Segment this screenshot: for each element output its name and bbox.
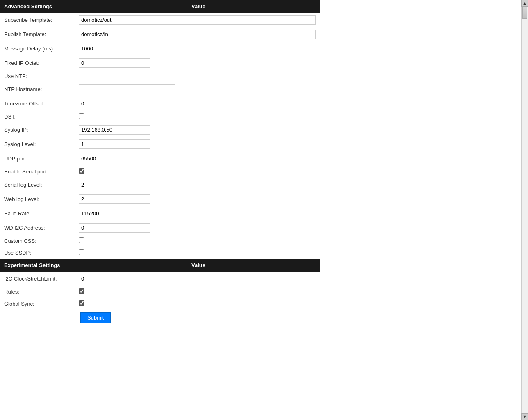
use-ntp-label: Use NTP: <box>0 70 77 82</box>
rules-label: Rules: <box>0 286 77 298</box>
syslog-ip-input[interactable] <box>79 125 150 135</box>
global-sync-checkbox[interactable] <box>79 300 84 306</box>
custom-css-cell <box>77 235 320 247</box>
use-ntp-row: Use NTP: <box>0 70 320 82</box>
submit-button[interactable]: Submit <box>80 312 111 323</box>
i2c-clock-stretch-input[interactable] <box>79 274 150 283</box>
subscribe-template-label: Subscribe Template: <box>0 13 77 27</box>
submit-row: Submit <box>0 310 320 326</box>
advanced-settings-label: Advanced Settings <box>0 0 77 13</box>
baud-rate-cell <box>77 206 320 221</box>
global-sync-row: Global Sync: <box>0 298 320 310</box>
baud-rate-row: Baud Rate: <box>0 206 320 221</box>
enable-serial-port-row: Enable Serial port: <box>0 166 320 178</box>
message-delay-input[interactable] <box>79 44 150 53</box>
submit-cell: Submit <box>77 310 320 326</box>
advanced-settings-header: Advanced Settings Value <box>0 0 320 13</box>
serial-log-level-cell <box>77 178 320 192</box>
udp-port-input[interactable] <box>79 154 150 163</box>
use-ssdp-checkbox[interactable] <box>79 249 84 255</box>
custom-css-checkbox[interactable] <box>79 237 84 243</box>
web-log-level-label: Web log Level: <box>0 192 77 206</box>
ntp-hostname-input[interactable] <box>79 84 175 94</box>
fixed-ip-octet-row: Fixed IP Octet: <box>0 56 320 70</box>
experimental-value-label: Value <box>77 259 320 272</box>
publish-template-cell <box>77 27 320 41</box>
advanced-value-label: Value <box>77 0 320 13</box>
scrollbar-arrow-up[interactable]: ▲ <box>521 0 528 7</box>
scrollbar-thumb[interactable] <box>522 7 527 19</box>
rules-cell <box>77 286 320 298</box>
serial-log-level-label: Serial log Level: <box>0 178 77 192</box>
serial-log-level-input[interactable] <box>79 180 150 189</box>
custom-css-row: Custom CSS: <box>0 235 320 247</box>
message-delay-row: Message Delay (ms): <box>0 41 320 56</box>
subscribe-template-input[interactable] <box>79 15 316 25</box>
experimental-settings-label: Experimental Settings <box>0 259 77 272</box>
syslog-ip-cell <box>77 123 320 137</box>
fixed-ip-octet-label: Fixed IP Octet: <box>0 56 77 70</box>
use-ntp-cell <box>77 70 320 82</box>
wd-i2c-address-input[interactable] <box>79 223 150 233</box>
udp-port-row: UDP port: <box>0 151 320 166</box>
i2c-clock-stretch-label: I2C ClockStretchLimit: <box>0 272 77 286</box>
dst-cell <box>77 111 320 123</box>
wd-i2c-address-cell <box>77 221 320 235</box>
syslog-level-cell <box>77 137 320 151</box>
publish-template-input[interactable] <box>79 30 316 39</box>
web-log-level-input[interactable] <box>79 194 150 204</box>
ntp-hostname-label: NTP Hostname: <box>0 82 77 96</box>
message-delay-label: Message Delay (ms): <box>0 41 77 56</box>
syslog-level-input[interactable] <box>79 139 150 149</box>
dst-label: DST: <box>0 111 77 123</box>
enable-serial-port-cell <box>77 166 320 178</box>
submit-label-cell <box>0 310 77 326</box>
ntp-hostname-row: NTP Hostname: <box>0 82 320 96</box>
wd-i2c-address-label: WD I2C Address: <box>0 221 77 235</box>
rules-row: Rules: <box>0 286 320 298</box>
i2c-clock-stretch-row: I2C ClockStretchLimit: <box>0 272 320 286</box>
web-log-level-cell <box>77 192 320 206</box>
web-log-level-row: Web log Level: <box>0 192 320 206</box>
use-ssdp-row: Use SSDP: <box>0 247 320 259</box>
global-sync-cell <box>77 298 320 310</box>
use-ssdp-cell <box>77 247 320 259</box>
scrollbar-arrow-down[interactable]: ▼ <box>521 413 528 420</box>
baud-rate-input[interactable] <box>79 209 150 218</box>
message-delay-cell <box>77 41 320 56</box>
fixed-ip-octet-input[interactable] <box>79 58 150 68</box>
settings-table: Advanced Settings Value Subscribe Templa… <box>0 0 320 326</box>
i2c-clock-stretch-cell <box>77 272 320 286</box>
subscribe-template-row: Subscribe Template: <box>0 13 320 27</box>
timezone-offset-cell <box>77 96 320 111</box>
fixed-ip-octet-cell <box>77 56 320 70</box>
custom-css-label: Custom CSS: <box>0 235 77 247</box>
baud-rate-label: Baud Rate: <box>0 206 77 221</box>
rules-checkbox[interactable] <box>79 288 84 294</box>
syslog-ip-label: Syslog IP: <box>0 123 77 137</box>
subscribe-template-cell <box>77 13 320 27</box>
publish-template-label: Publish Template: <box>0 27 77 41</box>
experimental-settings-header: Experimental Settings Value <box>0 259 320 272</box>
page-wrapper: Advanced Settings Value Subscribe Templa… <box>0 0 528 420</box>
syslog-ip-row: Syslog IP: <box>0 123 320 137</box>
syslog-level-row: Syslog Level: <box>0 137 320 151</box>
syslog-level-label: Syslog Level: <box>0 137 77 151</box>
ntp-hostname-cell <box>77 82 320 96</box>
dst-checkbox[interactable] <box>79 113 84 119</box>
publish-template-row: Publish Template: <box>0 27 320 41</box>
timezone-offset-row: Timezone Offset: <box>0 96 320 111</box>
enable-serial-port-checkbox[interactable] <box>79 168 84 174</box>
timezone-offset-label: Timezone Offset: <box>0 96 77 111</box>
dst-row: DST: <box>0 111 320 123</box>
wd-i2c-address-row: WD I2C Address: <box>0 221 320 235</box>
timezone-offset-input[interactable] <box>79 99 103 108</box>
main-content: Advanced Settings Value Subscribe Templa… <box>0 0 521 326</box>
global-sync-label: Global Sync: <box>0 298 77 310</box>
enable-serial-port-label: Enable Serial port: <box>0 166 77 178</box>
use-ntp-checkbox[interactable] <box>79 73 84 78</box>
udp-port-label: UDP port: <box>0 151 77 166</box>
use-ssdp-label: Use SSDP: <box>0 247 77 259</box>
udp-port-cell <box>77 151 320 166</box>
scrollbar[interactable]: ▲ ▼ <box>521 0 528 420</box>
